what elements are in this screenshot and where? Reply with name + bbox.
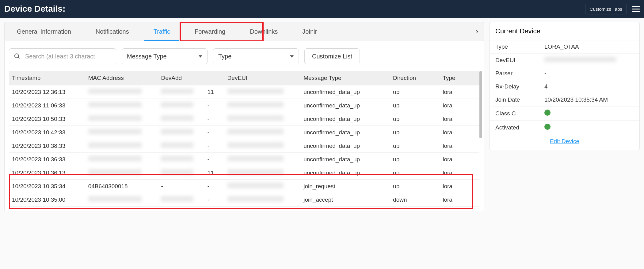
cell-timestamp: 10/20/2023 10:36:33 [9,153,85,166]
kv-activated: Activated [490,121,639,134]
cell-type: lora [440,112,479,126]
cell-devadd [158,99,204,112]
kv-joindate: Join Date10/20/2023 10:35:34 AM [490,93,639,106]
cell-mac [85,85,158,99]
col-msgtype[interactable]: Message Type [300,71,390,85]
table-row[interactable]: 10/20/2023 10:38:33-unconfirmed_data_upu… [9,139,479,153]
edit-device-link[interactable]: Edit Device [490,134,639,150]
cell-fcnt: - [204,193,224,207]
col-timestamp[interactable]: Timestamp [9,71,85,85]
tab-general-information[interactable]: General Information [5,22,83,41]
cell-deveui [224,112,301,126]
col-devadd[interactable]: DevAdd [158,71,204,85]
tabs-bar: General Information Notifications Traffi… [4,22,484,41]
col-mac[interactable]: MAC Address [85,71,158,85]
redacted-value [88,156,142,161]
message-type-select-label: Message Type [127,53,167,60]
cell-msgtype: join_accept [300,193,390,207]
redacted-value [227,196,284,202]
redacted-value [88,115,142,121]
cell-fcnt: - [204,126,224,139]
tabs-scroll-right-icon[interactable]: › [471,28,484,35]
cell-devadd [158,166,204,180]
kv-deveui: DevEUI [490,54,639,67]
hamburger-menu-icon[interactable] [632,6,640,12]
cell-mac: 04B648300018 [85,180,158,193]
kv-parser: Parser- [490,67,639,80]
chevron-down-icon [199,55,202,58]
svg-line-1 [18,57,20,59]
table-row[interactable]: 10/20/2023 10:36:33-unconfirmed_data_upu… [9,153,479,166]
cell-timestamp: 10/20/2023 10:36:13 [9,166,85,180]
cell-fcnt: - [204,99,224,112]
table-row[interactable]: 10/20/2023 10:35:3404B648300018--join_re… [9,180,479,193]
redacted-value [161,156,193,161]
table-row[interactable]: 10/20/2023 12:36:1311unconfirmed_data_up… [9,85,479,99]
redacted-value [161,169,193,175]
cell-msgtype: unconfirmed_data_up [300,112,390,126]
cell-direction: up [390,180,440,193]
col-deveui[interactable]: DevEUI [224,71,301,85]
cell-type: lora [440,85,479,99]
cell-devadd [158,126,204,139]
table-row[interactable]: 10/20/2023 10:35:00-join_acceptdownlora [9,193,479,207]
message-type-select[interactable]: Message Type [122,48,208,64]
cell-deveui [224,126,301,139]
tab-traffic[interactable]: Traffic [141,22,182,41]
cell-type: lora [440,193,479,207]
cell-timestamp: 10/20/2023 11:06:33 [9,99,85,112]
tab-forwarding[interactable]: Forwarding [182,22,238,41]
cell-mac [85,112,158,126]
scrollbar[interactable] [479,71,482,138]
table-row[interactable]: 10/20/2023 10:42:33-unconfirmed_data_upu… [9,126,479,139]
cell-direction: up [390,99,440,112]
cell-msgtype: unconfirmed_data_up [300,139,390,153]
redacted-value [227,115,284,121]
table-row[interactable]: 10/20/2023 11:06:33-unconfirmed_data_upu… [9,99,479,112]
redacted-value [227,142,284,148]
col-type[interactable]: Type [440,71,479,85]
cell-timestamp: 10/20/2023 10:38:33 [9,139,85,153]
status-dot-green-icon [544,110,551,116]
table-row[interactable]: 10/20/2023 10:36:1311unconfirmed_data_up… [9,166,479,180]
cell-direction: up [390,85,440,99]
cell-msgtype: unconfirmed_data_up [300,99,390,112]
controls-row: Message Type Type Customize List [9,48,479,64]
cell-msgtype: join_request [300,180,390,193]
cell-type: lora [440,166,479,180]
redacted-value [227,102,284,107]
cell-devadd: - [158,180,204,193]
type-select[interactable]: Type [213,48,299,64]
cell-mac [85,193,158,207]
customize-tabs-button[interactable]: Customize Tabs [585,4,627,14]
redacted-value [227,183,284,188]
redacted-value [88,142,142,148]
cell-mac [85,166,158,180]
redacted-value [227,129,284,134]
tab-joining[interactable]: Joinir [290,22,329,41]
redacted-value [227,88,284,94]
cell-devadd [158,112,204,126]
customize-list-button[interactable]: Customize List [304,48,360,64]
col-fcnt[interactable] [204,71,224,85]
redacted-value [88,169,142,175]
redacted-value [544,57,616,62]
redacted-value [88,102,142,107]
cell-devadd [158,153,204,166]
cell-devadd [158,85,204,99]
table-row[interactable]: 10/20/2023 10:50:33-unconfirmed_data_upu… [9,112,479,126]
col-direction[interactable]: Direction [390,71,440,85]
cell-msgtype: unconfirmed_data_up [300,153,390,166]
tab-downlinks[interactable]: Downlinks [238,22,290,41]
cell-msgtype: unconfirmed_data_up [300,85,390,99]
cell-mac [85,139,158,153]
page-title: Device Details: [4,4,65,14]
redacted-value [227,169,284,175]
tab-notifications[interactable]: Notifications [83,22,141,41]
redacted-value [161,129,193,134]
search-input[interactable] [9,48,116,64]
cell-deveui [224,99,301,112]
cell-devadd [158,139,204,153]
cell-timestamp: 10/20/2023 10:35:34 [9,180,85,193]
kv-type: TypeLORA_OTAA [490,40,639,54]
